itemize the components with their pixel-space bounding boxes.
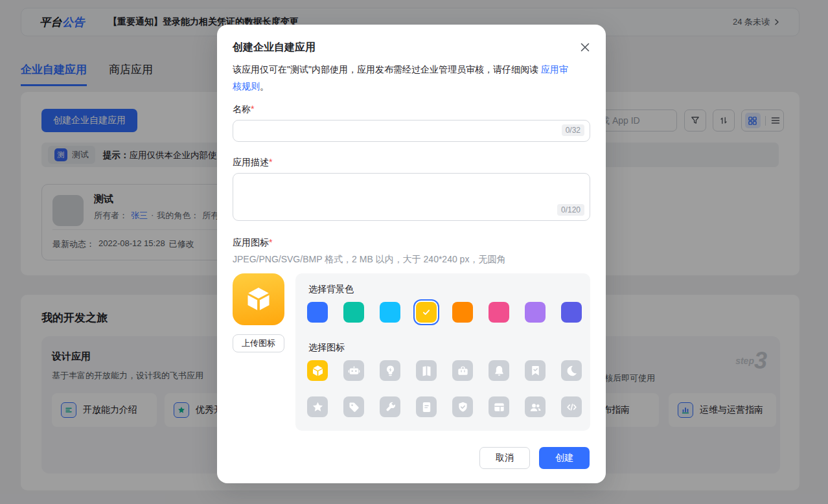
bulb-icon[interactable] (380, 360, 400, 381)
icon-options-grid (307, 360, 582, 417)
app-icon-label-text: 应用图标 (233, 237, 269, 247)
indigo-color-swatch[interactable] (561, 302, 582, 323)
choose-icon-label: 选择图标 (308, 342, 345, 354)
create-app-modal: 创建企业自建应用 该应用仅可在"测试"内部使用，应用发布需经过企业管理员审核，请… (217, 25, 606, 483)
modal-desc-period: 。 (260, 81, 269, 91)
check-icon (420, 306, 432, 318)
modal-title: 创建企业自建应用 (233, 41, 316, 54)
required-mark: * (269, 237, 272, 247)
icon-format-hint: JPEG/PNG/SVG/BMP 格式，2 MB 以内，大于 240*240 p… (233, 254, 505, 266)
app-desc-field-wrap: 0/120 (233, 173, 590, 221)
green-color-swatch[interactable] (343, 302, 364, 323)
name-input[interactable] (233, 120, 590, 142)
briefcase-icon[interactable] (452, 360, 473, 381)
code-icon[interactable] (561, 396, 582, 417)
name-field-wrap: 0/32 (233, 120, 590, 142)
app-icon-preview (233, 273, 284, 325)
app-icon-label: 应用图标* (233, 237, 272, 249)
name-label-text: 名称 (233, 104, 251, 114)
name-label: 名称* (233, 104, 254, 115)
yellow-color-swatch[interactable] (416, 302, 437, 323)
purple-color-swatch[interactable] (525, 302, 546, 323)
book-icon[interactable] (416, 360, 437, 381)
required-mark: * (269, 157, 272, 167)
modal-description: 该应用仅可在"测试"内部使用，应用发布需经过企业管理员审核，请仔细阅读 应用审核… (233, 61, 571, 95)
tag-icon[interactable] (343, 396, 364, 417)
required-mark: * (251, 104, 254, 114)
create-button[interactable]: 创建 (539, 447, 590, 469)
app-desc-textarea[interactable] (233, 173, 590, 221)
bookmark-check-icon[interactable] (525, 360, 546, 381)
orange-color-swatch[interactable] (452, 302, 473, 323)
cube-icon (244, 284, 273, 314)
cube-icon[interactable] (307, 360, 328, 381)
close-icon (579, 41, 591, 53)
star-icon[interactable] (307, 396, 328, 417)
shield-check-icon[interactable] (452, 396, 473, 417)
icon-picker-panel: 选择背景色 选择图标 (295, 273, 590, 431)
robot-icon[interactable] (343, 360, 364, 381)
name-counter: 0/32 (562, 124, 584, 136)
bell-icon[interactable] (489, 360, 509, 381)
app-desc-label-text: 应用描述 (233, 157, 269, 167)
bg-color-label: 选择背景色 (308, 284, 354, 295)
cyan-color-swatch[interactable] (380, 302, 400, 323)
bg-color-swatches (307, 302, 582, 323)
document-icon[interactable] (416, 396, 437, 417)
modal-desc-text: 该应用仅可在"测试"内部使用，应用发布需经过企业管理员审核，请仔细阅读 (233, 64, 541, 74)
upload-icon-button[interactable]: 上传图标 (233, 334, 284, 352)
pink-color-swatch[interactable] (489, 302, 509, 323)
layout-icon[interactable] (489, 396, 509, 417)
close-button[interactable] (577, 40, 593, 55)
app-desc-label: 应用描述* (233, 157, 272, 168)
wrench-icon[interactable] (380, 396, 400, 417)
blue-color-swatch[interactable] (307, 302, 328, 323)
users-icon[interactable] (525, 396, 546, 417)
app-desc-counter: 0/120 (557, 204, 584, 216)
moon-icon[interactable] (561, 360, 582, 381)
cancel-button[interactable]: 取消 (479, 447, 530, 469)
